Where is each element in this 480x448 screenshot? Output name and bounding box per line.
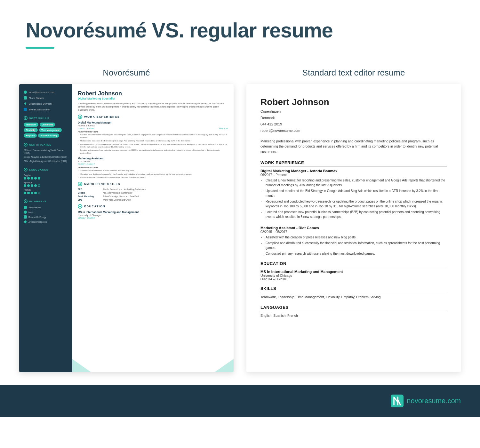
novo-edu-header: EDUCATION [78,204,228,209]
skill-tag: Empathy [24,133,37,138]
novo-bullet: Redesigned and conducted keyword researc… [78,143,228,148]
std-name: Robert Johnson [260,97,447,107]
skill-row-seo: SEO Ahrefs, Semrush and Link-building Te… [78,188,228,190]
std-job1-title: Digital Marketing Manager - Astoria Baum… [260,169,447,173]
energy-icon [24,215,27,219]
novo-job2-company: Riot Games [78,160,228,163]
novo-job1-company: Astoria Baumax [78,124,228,127]
novo-edu-dates: 06/2013 - 06/2015 [78,217,228,219]
skill-row-email: Email Marketing ActiveCampaign, Litmus a… [78,195,228,197]
skill-tag: Flexibility [24,128,38,132]
interest-ai: Artificial Intelligence [24,220,68,223]
header: Novorésumé VS. regular resume [0,0,480,55]
novo-job2-title: Marketing Assistant [78,157,228,160]
std-languages-title: LANGUAGES [260,305,447,311]
lang-spanish: Spanish [24,181,68,187]
interests-icon [24,199,28,203]
work-section-icon [78,115,82,119]
novo-job1-meta: 06/2017 - Present New York [78,127,228,130]
footer-logo-tld: .com [445,397,461,405]
lang-dot-empty [38,184,40,187]
std-job1-dates: 06/2017 – Present [260,173,447,177]
page-title: Novorésumé VS. regular resume [26,19,454,42]
novoresume-n-svg [393,396,401,405]
teal-decor-right [214,353,234,372]
lang-dot [34,192,37,194]
std-edu-school: University of Chicago [260,274,447,277]
interests-header: INTERESTS [24,199,68,203]
novo-job-2: Marketing Assistant Riot Games 02/2015 -… [78,157,228,179]
novo-job-1: Digital Marketing Manager Astoria Baumax… [78,121,228,154]
skill-tag: Leadership [40,123,55,127]
novo-resume-title: Digital Marketing Specialist [78,97,228,100]
novo-achievements-label-2: Achievements/Tasks [78,166,228,169]
std-skills-text: Teamwork, Leadership, Time Management, F… [260,295,447,300]
contact-email: robert@novoresume.com [24,91,68,94]
novo-bullet: Located and proposed new potential busin… [78,149,228,154]
novo-bullet: Updated and monitored the Bid Strategy i… [78,140,228,142]
std-edu-title: EDUCATION [260,261,447,267]
lang-dot [27,177,30,180]
cert-item: SEMrush Content Marketing Toolkit Course… [24,149,68,155]
novo-edu-degree: MS in International Marketing and Manage… [78,211,228,214]
page-footer: novoresume.com [0,385,480,417]
certs-icon [24,143,28,147]
lang-dot [31,184,33,187]
languages-icon [24,168,28,172]
footer-logo: novoresume.com [391,395,461,407]
novo-bullet: Compiled and distributed successfully th… [78,173,228,175]
novo-mktskills-header: MARKETING SKILLS [78,182,228,186]
phone-icon [24,96,27,100]
std-bullet: Located and proposed new potential busin… [260,210,447,219]
novo-main: Robert Johnson Digital Marketing Special… [72,84,234,372]
contact-location: Copenhagen, Denmark [24,102,68,105]
novo-work-header: WORK EXPERIENCE [78,115,228,119]
lang-dot [27,184,30,187]
edu-icon [78,204,82,209]
soft-skills-icon [24,116,28,120]
interest-music: Music [24,211,68,214]
mktskills-icon [78,182,82,186]
videogames-icon [24,206,27,209]
email-icon [24,91,27,94]
contact-linkedin: linkedin.com/in/robert [24,108,68,111]
footer-logo-text: novoresume.com [407,397,461,405]
columns-container: Novorésumé robert@novoresume.com Phone N… [0,55,480,372]
left-col-title: Novorésumé [19,68,234,78]
lang-english: English [24,174,68,180]
footer-logo-icon [391,395,404,407]
novo-job1-title: Digital Marketing Manager [78,121,228,124]
music-icon [24,211,27,214]
std-bullet: Updated and monitored the Bid Strategy i… [260,188,447,198]
soft-skills-header: SOFT SKILLS [24,116,68,120]
footer-logo-name: novoresume [407,397,445,405]
location-icon [24,102,27,105]
novo-resume-card: robert@novoresume.com Phone Number Copen… [19,84,234,372]
skill-row-cms: CMS WordPress, Joomla and Ghost [78,199,228,201]
lang-dot-empty [38,192,40,194]
novo-bullet: Created a new format for reporting and p… [78,133,228,139]
certs-header: CERTIFICATES [24,143,68,147]
right-column: Standard text editor resume Robert Johns… [240,68,467,372]
novo-achievements-label: Achievements/Tasks [78,131,228,133]
lang-dot [24,192,26,194]
contact-phone: Phone Number [24,96,68,100]
std-bullet: Created a new format for reporting and p… [260,178,447,188]
cert-item: Google Analytics Individual Qualificatio… [24,156,68,158]
std-work-title: WORK EXPERIENCE [260,160,447,166]
novo-resume-name: Robert Johnson [78,91,228,97]
right-col-title: Standard text editor resume [246,68,461,78]
skill-tags: Teamwork Leadership Flexibility Time Man… [24,123,68,138]
skill-row-google: Google Ads, Analytics and Tag Manager [78,192,228,194]
std-bullet: Assisted with the creation of press rele… [260,235,447,240]
std-edu-degree: MS in International Marketing and Manage… [260,270,447,274]
interest-energy: Renewable Energy [24,215,68,219]
interest-videogames: Video Games [24,206,68,209]
languages-header: LANGUAGES [24,168,68,172]
novo-resume-summary: Marketing professional with proven exper… [78,102,228,111]
left-column: Novorésumé robert@novoresume.com Phone N… [13,68,240,372]
novo-bullet: Assisted with the creation of press rele… [78,169,228,172]
lang-dot [31,177,33,180]
std-languages-text: English, Spanish, French [260,314,447,317]
cert-item: PCM - Digital Management Certification (… [24,160,68,163]
